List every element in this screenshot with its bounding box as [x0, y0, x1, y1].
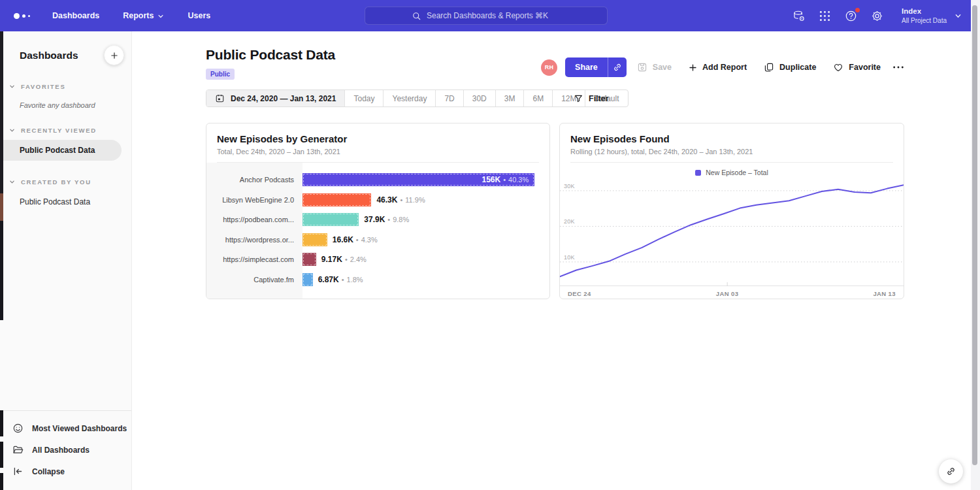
- quick-range-6m[interactable]: 6M: [524, 90, 553, 106]
- project-switcher[interactable]: Index All Project Data: [902, 7, 962, 25]
- bar-value-label: 37.9K•9.8%: [364, 215, 409, 224]
- nav-item-label: Users: [188, 11, 210, 20]
- bar[interactable]: [302, 213, 359, 226]
- bar[interactable]: [302, 193, 371, 206]
- line-chart: New Episode – Total DEC 24 JAN 03 JAN 13…: [560, 163, 904, 299]
- card-new-episodes-found: New Episodes Found Rolling (12 hours), t…: [559, 123, 904, 299]
- search-input[interactable]: [427, 11, 561, 20]
- bar-separator: •: [503, 176, 506, 184]
- sidebar-section-label: CREATED BY YOU: [21, 178, 91, 186]
- left-edge-strip: [0, 473, 3, 490]
- data-sources-icon[interactable]: [792, 9, 806, 23]
- bar-row: 37.9K•9.8%: [302, 210, 549, 230]
- sidebar-footer-most-viewed-dashboards[interactable]: Most Viewed Dashboards: [0, 417, 131, 439]
- ellipsis-icon: [892, 65, 904, 69]
- logo-dot-large: [14, 13, 20, 19]
- logo-dot-medium: [22, 14, 25, 18]
- bar-value: 6.87K: [318, 275, 339, 284]
- filter-button[interactable]: Filter: [574, 90, 609, 107]
- sidebar-section-header-recently-viewed[interactable]: RECENTLY VIEWED: [0, 127, 131, 134]
- chevron-down-icon: [955, 12, 962, 20]
- bar-value: 46.3K: [376, 195, 397, 204]
- filter-label: Filter: [589, 94, 609, 103]
- bar-value-label: 6.87K•1.8%: [318, 275, 363, 284]
- plus-icon: [689, 63, 697, 72]
- new-dashboard-button[interactable]: [104, 45, 124, 65]
- avatar[interactable]: RH: [541, 59, 557, 76]
- nav-item-reports[interactable]: Reports: [123, 11, 164, 20]
- sidebar-footer-label: Collapse: [32, 467, 65, 476]
- add-report-button[interactable]: Add Report: [689, 63, 747, 72]
- chevron-down-icon: [157, 13, 164, 20]
- project-name: Index: [902, 7, 947, 16]
- heart-icon: [833, 62, 843, 73]
- bar-separator: •: [342, 276, 344, 284]
- duplicate-label: Duplicate: [779, 63, 816, 72]
- more-actions-button[interactable]: [892, 65, 904, 69]
- line-chart-plot: [560, 176, 904, 286]
- bar-category-label: Anchor Podcasts: [206, 170, 302, 190]
- bar[interactable]: 156K•40.3%: [302, 173, 534, 186]
- floating-link-button[interactable]: [939, 459, 963, 483]
- quick-range-yesterday[interactable]: Yesterday: [384, 90, 436, 106]
- bar-row: 16.6K•4.3%: [302, 230, 549, 250]
- quick-range-7d[interactable]: 7D: [436, 90, 463, 106]
- quick-range-30d[interactable]: 30D: [464, 90, 496, 106]
- sidebar: Dashboards FAVORITESFavorite any dashboa…: [0, 31, 132, 490]
- date-range-picker[interactable]: Dec 24, 2020 — Jan 13, 2021: [206, 90, 345, 106]
- duplicate-button[interactable]: Duplicate: [764, 62, 816, 73]
- project-scope: All Project Data: [902, 16, 947, 25]
- app-logo[interactable]: [14, 13, 36, 19]
- sidebar-footer-all-dashboards[interactable]: All Dashboards: [0, 439, 131, 461]
- bar-value-label: 16.6K•4.3%: [333, 235, 378, 244]
- card-subtitle: Rolling (12 hours), total, Dec 24th, 202…: [570, 148, 893, 155]
- sidebar-section-header-favorites[interactable]: FAVORITES: [0, 83, 131, 90]
- favorite-label: Favorite: [849, 63, 881, 72]
- share-button[interactable]: Share: [565, 57, 627, 77]
- x-tick-label: JAN 03: [716, 290, 739, 297]
- sidebar-item-public-podcast-data[interactable]: Public Podcast Data: [0, 191, 131, 212]
- nav-item-dashboards[interactable]: Dashboards: [52, 11, 99, 20]
- y-tick-label: 10K: [564, 254, 575, 261]
- logo-dot-small: [28, 15, 30, 17]
- quick-range-today[interactable]: Today: [345, 90, 384, 106]
- bar-chart-bars: 156K•40.3%46.3K•11.9%37.9K•9.8%16.6K•4.3…: [302, 163, 549, 299]
- save-button-label: Save: [653, 63, 672, 72]
- top-nav: DashboardsReportsUsers Index All Project…: [0, 0, 980, 31]
- bar[interactable]: [302, 233, 327, 246]
- sidebar-section-label: RECENTLY VIEWED: [21, 127, 97, 134]
- sidebar-empty-note: Favorite any dashboard: [20, 101, 131, 109]
- save-button[interactable]: Save: [637, 62, 672, 73]
- public-badge: Public: [206, 69, 235, 80]
- bar[interactable]: [302, 273, 313, 286]
- search-bar[interactable]: [365, 7, 608, 25]
- scrollbar-track[interactable]: [971, 0, 980, 490]
- sidebar-section-header-created-by-you[interactable]: CREATED BY YOU: [0, 178, 131, 186]
- sidebar-item-public-podcast-data[interactable]: Public Podcast Data: [0, 140, 122, 161]
- settings-icon[interactable]: [870, 9, 884, 23]
- copy-link-button[interactable]: [608, 57, 627, 77]
- bar-category-label: Libsyn WebEngine 2.0: [206, 190, 302, 210]
- calendar-icon: [215, 93, 225, 103]
- help-icon[interactable]: [844, 9, 858, 23]
- bar-category-label: Captivate.fm: [206, 270, 302, 290]
- chevron-down-icon: [9, 179, 15, 185]
- bar[interactable]: [302, 253, 316, 266]
- apps-grid-icon[interactable]: [818, 9, 832, 23]
- sidebar-section-label: FAVORITES: [21, 83, 65, 90]
- header-actions: RH Share Save Add Report Duplicate Favor…: [541, 57, 904, 77]
- scrollbar-thumb[interactable]: [972, 5, 977, 465]
- sidebar-footer: Most Viewed DashboardsAll DashboardsColl…: [0, 410, 131, 490]
- favorite-button[interactable]: Favorite: [833, 62, 881, 73]
- chevron-down-icon: [9, 84, 15, 90]
- quick-range-3m[interactable]: 3M: [496, 90, 525, 106]
- sidebar-footer-collapse[interactable]: Collapse: [0, 461, 131, 482]
- share-button-label[interactable]: Share: [565, 57, 608, 77]
- nav-item-users[interactable]: Users: [188, 11, 210, 20]
- bar-percent: 40.3%: [508, 176, 529, 184]
- bar-value-label: 9.17K•2.4%: [321, 255, 367, 264]
- duplicate-icon: [764, 62, 774, 73]
- date-range-label: Dec 24, 2020 — Jan 13, 2021: [231, 94, 336, 103]
- bar-value: 156K: [482, 175, 500, 184]
- main-area: Public Podcast Data Public RH Share Save…: [133, 31, 971, 490]
